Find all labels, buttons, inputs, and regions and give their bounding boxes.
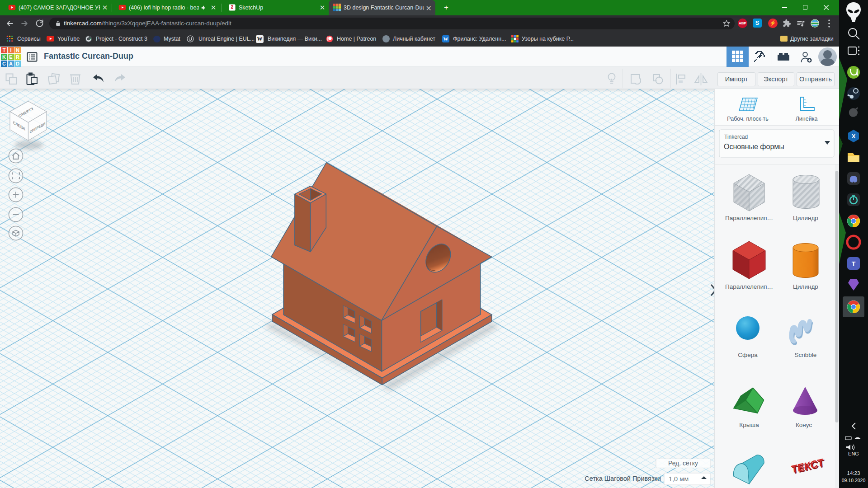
svg-text:Цилиндр: Цилиндр [793,215,818,221]
svg-text:Параллелепип…: Параллелепип… [725,215,773,221]
svg-text:K: K [2,54,6,60]
svg-text:D: D [16,61,19,66]
svg-text:14:23: 14:23 [847,470,860,476]
svg-text:I: I [10,47,11,53]
svg-text:Конус: Конус [796,422,812,428]
svg-text:N: N [16,47,19,53]
svg-text:A: A [9,61,13,66]
svg-text:Параллелепип…: Параллелепип… [725,283,773,290]
svg-text:R: R [16,54,19,60]
svg-text:Сфера: Сфера [738,352,758,358]
svg-text:Линейка: Линейка [796,116,818,122]
svg-text:Tinkercad: Tinkercad [724,134,748,140]
svg-text:1,0 мм: 1,0 мм [669,475,689,483]
svg-text:Основные формы: Основные формы [724,143,784,150]
svg-text:Scribble: Scribble [795,352,817,358]
svg-text:Ред. сетку: Ред. сетку [668,460,698,467]
svg-text:X: X [852,133,856,140]
svg-text:Сетка Шаговой Привязки: Сетка Шаговой Привязки [585,475,661,482]
svg-text:T: T [3,47,6,53]
svg-text:ENG: ENG [848,451,859,456]
svg-text:E: E [9,54,12,60]
svg-text:C: C [2,61,6,66]
svg-text:T: T [852,260,856,267]
svg-text:Цилиндр: Цилиндр [793,283,818,290]
svg-text:Рабоч. плоск-ть: Рабоч. плоск-ть [727,116,768,122]
svg-text:09.10.2020: 09.10.2020 [842,478,866,483]
svg-text:Крыша: Крыша [739,422,759,428]
